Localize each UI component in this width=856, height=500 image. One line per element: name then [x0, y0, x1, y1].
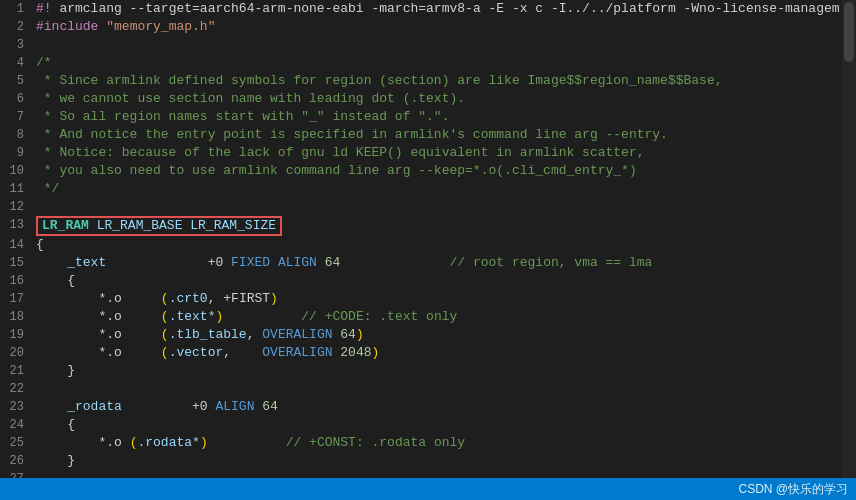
line-content: *.o (.tlb_table, OVERALIGN 64) — [32, 326, 856, 344]
table-row: 12 — [0, 198, 856, 216]
table-row: 20 *.o (.vector, OVERALIGN 2048) — [0, 344, 856, 362]
line-content: } — [32, 452, 856, 470]
table-row: 23 _rodata +0 ALIGN 64 — [0, 398, 856, 416]
status-bar: CSDN @快乐的学习 — [0, 478, 856, 500]
code-area[interactable]: 1#! armclang --target=aarch64-arm-none-e… — [0, 0, 856, 478]
line-content: * So all region names start with "_" ins… — [32, 108, 856, 126]
line-content: * And notice the entry point is specifie… — [32, 126, 856, 144]
table-row: 15 _text +0 FIXED ALIGN 64 // root regio… — [0, 254, 856, 272]
table-row: 26 } — [0, 452, 856, 470]
line-content — [32, 380, 856, 398]
table-row: 6 * we cannot use section name with lead… — [0, 90, 856, 108]
line-content: LR_RAM LR_RAM_BASE LR_RAM_SIZE — [32, 216, 856, 236]
table-row: 22 — [0, 380, 856, 398]
brand-text: CSDN @快乐的学习 — [738, 481, 848, 498]
table-row: 25 *.o (.rodata*) // +CONST: .rodata onl… — [0, 434, 856, 452]
line-number: 24 — [0, 416, 32, 434]
table-row: 13LR_RAM LR_RAM_BASE LR_RAM_SIZE — [0, 216, 856, 236]
line-number: 27 — [0, 470, 32, 478]
line-number: 7 — [0, 108, 32, 126]
line-content: #! armclang --target=aarch64-arm-none-ea… — [32, 0, 856, 18]
line-number: 2 — [0, 18, 32, 36]
line-content: _rodata +0 ALIGN 64 — [32, 398, 856, 416]
line-number: 10 — [0, 162, 32, 180]
line-content: * Since armlink defined symbols for regi… — [32, 72, 856, 90]
table-row: 18 *.o (.text*) // +CODE: .text only — [0, 308, 856, 326]
line-content: #include "memory_map.h" — [32, 18, 856, 36]
table-row: 27 — [0, 470, 856, 478]
table-row: 14{ — [0, 236, 856, 254]
line-content: *.o (.vector, OVERALIGN 2048) — [32, 344, 856, 362]
line-content — [32, 470, 856, 478]
line-content: { — [32, 416, 856, 434]
table-row: 7 * So all region names start with "_" i… — [0, 108, 856, 126]
table-row: 11 */ — [0, 180, 856, 198]
line-number: 4 — [0, 54, 32, 72]
line-number: 14 — [0, 236, 32, 254]
line-number: 19 — [0, 326, 32, 344]
scrollbar-thumb[interactable] — [844, 2, 854, 62]
line-number: 18 — [0, 308, 32, 326]
code-table: 1#! armclang --target=aarch64-arm-none-e… — [0, 0, 856, 478]
line-content: { — [32, 236, 856, 254]
line-number: 21 — [0, 362, 32, 380]
line-content: * we cannot use section name with leadin… — [32, 90, 856, 108]
line-number: 12 — [0, 198, 32, 216]
line-content — [32, 36, 856, 54]
line-number: 13 — [0, 216, 32, 236]
line-number: 5 — [0, 72, 32, 90]
table-row: 10 * you also need to use armlink comman… — [0, 162, 856, 180]
line-number: 15 — [0, 254, 32, 272]
table-row: 8 * And notice the entry point is specif… — [0, 126, 856, 144]
line-number: 20 — [0, 344, 32, 362]
table-row: 24 { — [0, 416, 856, 434]
line-content: * Notice: because of the lack of gnu ld … — [32, 144, 856, 162]
line-number: 1 — [0, 0, 32, 18]
table-row: 2#include "memory_map.h" — [0, 18, 856, 36]
line-content: /* — [32, 54, 856, 72]
line-content: } — [32, 362, 856, 380]
table-row: 19 *.o (.tlb_table, OVERALIGN 64) — [0, 326, 856, 344]
line-content: { — [32, 272, 856, 290]
line-number: 26 — [0, 452, 32, 470]
table-row: 21 } — [0, 362, 856, 380]
line-number: 17 — [0, 290, 32, 308]
line-number: 8 — [0, 126, 32, 144]
line-number: 23 — [0, 398, 32, 416]
line-content: *.o (.rodata*) // +CONST: .rodata only — [32, 434, 856, 452]
line-number: 6 — [0, 90, 32, 108]
line-content: *.o (.text*) // +CODE: .text only — [32, 308, 856, 326]
table-row: 16 { — [0, 272, 856, 290]
line-number: 22 — [0, 380, 32, 398]
line-content — [32, 198, 856, 216]
table-row: 4/* — [0, 54, 856, 72]
line-number: 16 — [0, 272, 32, 290]
line-content: * you also need to use armlink command l… — [32, 162, 856, 180]
line-number: 3 — [0, 36, 32, 54]
table-row: 1#! armclang --target=aarch64-arm-none-e… — [0, 0, 856, 18]
line-content: */ — [32, 180, 856, 198]
line-number: 11 — [0, 180, 32, 198]
table-row: 5 * Since armlink defined symbols for re… — [0, 72, 856, 90]
line-content: _text +0 FIXED ALIGN 64 // root region, … — [32, 254, 856, 272]
table-row: 17 *.o (.crt0, +FIRST) — [0, 290, 856, 308]
line-number: 25 — [0, 434, 32, 452]
table-row: 9 * Notice: because of the lack of gnu l… — [0, 144, 856, 162]
scrollbar[interactable] — [842, 0, 856, 478]
line-number: 9 — [0, 144, 32, 162]
editor-container: 1#! armclang --target=aarch64-arm-none-e… — [0, 0, 856, 500]
table-row: 3 — [0, 36, 856, 54]
line-content: *.o (.crt0, +FIRST) — [32, 290, 856, 308]
